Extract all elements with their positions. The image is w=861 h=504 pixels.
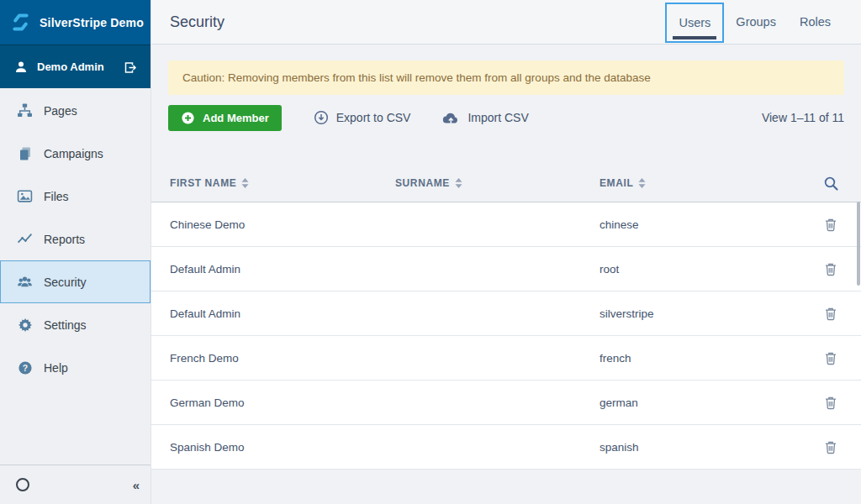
sidebar-item-security[interactable]: Security xyxy=(0,260,151,303)
table-row[interactable]: Default Admin silverstripe xyxy=(151,291,861,336)
user-bar[interactable]: Demo Admin xyxy=(0,45,151,88)
sidebar-item-label: Campaigns xyxy=(44,147,103,160)
sitemap-icon xyxy=(17,102,33,118)
brand-title: SilverStripe Demo xyxy=(40,16,144,29)
tab-users[interactable]: Users xyxy=(665,3,724,43)
import-csv-button[interactable]: Import CSV xyxy=(442,111,528,124)
image-icon xyxy=(17,188,33,204)
user-name: Demo Admin xyxy=(37,60,114,73)
table-row[interactable]: German Demo german xyxy=(151,381,861,425)
sidebar-item-label: Reports xyxy=(44,233,85,246)
sidebar-item-pages[interactable]: Pages xyxy=(0,89,151,132)
sidebar-item-label: Pages xyxy=(44,104,77,118)
table-row[interactable]: Chinese Demo chinese xyxy=(151,202,861,247)
delete-member-icon[interactable] xyxy=(822,349,839,367)
tab-groups[interactable]: Groups xyxy=(724,0,788,44)
delete-member-icon[interactable] xyxy=(822,438,839,456)
sidebar-item-settings[interactable]: Settings xyxy=(0,303,151,346)
cell-email: french xyxy=(600,352,800,365)
sort-icon xyxy=(241,178,249,188)
sidebar-footer: « xyxy=(0,465,151,504)
status-circle-icon[interactable] xyxy=(16,478,29,491)
sort-icon xyxy=(638,178,646,188)
collapse-sidebar-icon[interactable]: « xyxy=(133,479,140,491)
content-header: Security Users Groups Roles xyxy=(151,0,861,45)
cell-first-name: Chinese Demo xyxy=(170,218,395,231)
delete-member-icon[interactable] xyxy=(822,305,839,323)
cell-first-name: Default Admin xyxy=(170,307,395,320)
cell-email: german xyxy=(600,396,800,409)
delete-member-icon[interactable] xyxy=(822,394,839,412)
sidebar: SilverStripe Demo Demo Admin xyxy=(0,0,151,504)
members-table: FIRST NAME SURNAME xyxy=(151,165,861,470)
search-icon[interactable] xyxy=(821,174,841,193)
table-row[interactable]: Default Admin root xyxy=(151,247,861,291)
tab-bar: Users Groups Roles xyxy=(665,0,843,44)
toolbar: Add Member Export to CSV Import CSV View… xyxy=(168,104,844,131)
caution-banner: Caution: Removing members from this list… xyxy=(168,60,844,95)
table-row[interactable]: French Demo french xyxy=(151,336,861,381)
scrollbar-thumb[interactable] xyxy=(857,202,860,286)
cell-first-name: German Demo xyxy=(170,396,395,409)
sidebar-menu: Pages Campaigns Files xyxy=(0,88,151,389)
cloud-upload-icon xyxy=(442,111,460,124)
sidebar-item-label: Files xyxy=(44,190,69,203)
delete-member-icon[interactable] xyxy=(822,216,839,234)
pagination-summary: View 1–11 of 11 xyxy=(762,111,844,124)
page-title: Security xyxy=(170,13,224,31)
import-csv-label: Import CSV xyxy=(467,111,528,124)
add-member-button[interactable]: Add Member xyxy=(168,105,282,131)
column-header-surname[interactable]: SURNAME xyxy=(395,177,600,189)
cell-email: chinese xyxy=(600,218,800,231)
column-header-email[interactable]: EMAIL xyxy=(600,177,800,189)
table-row[interactable]: Spanish Demo spanish xyxy=(151,425,861,470)
main-area: Security Users Groups Roles Caution: Rem… xyxy=(151,0,861,504)
sidebar-item-label: Settings xyxy=(44,318,87,332)
gear-icon xyxy=(17,317,33,333)
people-group-icon xyxy=(17,274,33,290)
sidebar-item-label: Security xyxy=(44,276,87,289)
tab-roles[interactable]: Roles xyxy=(788,0,843,44)
delete-member-icon[interactable] xyxy=(822,260,839,278)
table-header-row: FIRST NAME SURNAME xyxy=(151,165,861,202)
cell-first-name: Default Admin xyxy=(170,263,395,276)
question-circle-icon: ? xyxy=(17,360,33,375)
sidebar-item-campaigns[interactable]: Campaigns xyxy=(0,132,151,175)
logout-icon[interactable] xyxy=(123,60,138,75)
sort-icon xyxy=(455,178,462,188)
sidebar-item-label: Help xyxy=(44,361,68,375)
export-csv-label: Export to CSV xyxy=(336,111,411,124)
copy-pages-icon xyxy=(17,145,33,161)
svg-text:?: ? xyxy=(22,362,27,372)
silverstripe-logo-icon xyxy=(9,11,32,34)
sidebar-item-reports[interactable]: Reports xyxy=(0,218,151,260)
cell-email: spanish xyxy=(600,441,800,454)
cell-first-name: Spanish Demo xyxy=(170,441,395,454)
plus-circle-icon xyxy=(181,111,195,125)
cell-first-name: French Demo xyxy=(170,352,395,365)
column-header-first-name[interactable]: FIRST NAME xyxy=(170,177,395,189)
cell-email: silverstripe xyxy=(600,307,800,320)
line-chart-icon xyxy=(17,231,33,247)
brand-header[interactable]: SilverStripe Demo xyxy=(0,0,151,45)
export-csv-button[interactable]: Export to CSV xyxy=(314,110,411,125)
sidebar-item-help[interactable]: ? Help xyxy=(0,346,151,389)
add-member-label: Add Member xyxy=(203,112,269,124)
cell-email: root xyxy=(600,263,800,276)
user-icon xyxy=(14,60,28,74)
sidebar-item-files[interactable]: Files xyxy=(0,175,151,218)
download-circle-icon xyxy=(314,110,329,125)
